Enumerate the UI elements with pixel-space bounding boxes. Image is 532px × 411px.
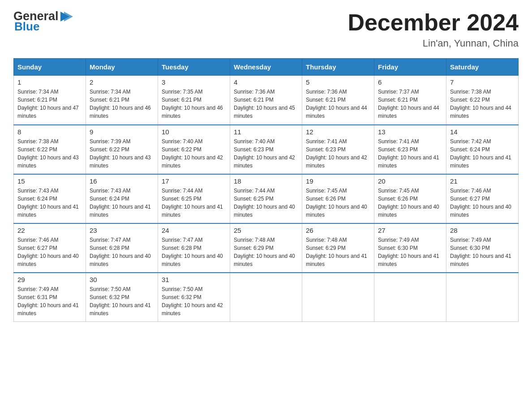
day-info: Sunrise: 7:49 AM Sunset: 6:30 PM Dayligh… [378, 236, 442, 268]
weekday-header-monday: Monday [86, 59, 158, 76]
day-info: Sunrise: 7:38 AM Sunset: 6:22 PM Dayligh… [17, 137, 82, 170]
day-info: Sunrise: 7:42 AM Sunset: 6:24 PM Dayligh… [450, 137, 515, 170]
weekday-header-wednesday: Wednesday [230, 59, 302, 76]
day-number: 11 [234, 128, 298, 136]
day-number: 6 [378, 78, 442, 86]
day-info: Sunrise: 7:47 AM Sunset: 6:28 PM Dayligh… [90, 236, 154, 268]
day-number: 20 [378, 177, 442, 185]
day-number: 28 [450, 227, 515, 234]
day-info: Sunrise: 7:48 AM Sunset: 6:29 PM Dayligh… [306, 236, 370, 268]
day-number: 31 [162, 276, 226, 283]
day-info: Sunrise: 7:37 AM Sunset: 6:21 PM Dayligh… [378, 88, 442, 120]
day-number: 25 [234, 227, 298, 234]
day-number: 21 [450, 177, 515, 185]
calendar-header-row: SundayMondayTuesdayWednesdayThursdayFrid… [14, 59, 519, 76]
day-number: 18 [234, 177, 298, 185]
day-number: 9 [90, 128, 154, 136]
calendar-cell: 26 Sunrise: 7:48 AM Sunset: 6:29 PM Dayl… [302, 223, 374, 273]
day-info: Sunrise: 7:44 AM Sunset: 6:25 PM Dayligh… [162, 187, 226, 219]
weekday-header-saturday: Saturday [446, 59, 519, 76]
calendar-week-2: 8 Sunrise: 7:38 AM Sunset: 6:22 PM Dayli… [14, 125, 519, 174]
day-info: Sunrise: 7:49 AM Sunset: 6:30 PM Dayligh… [450, 236, 515, 268]
svg-marker-1 [64, 12, 73, 21]
day-info: Sunrise: 7:36 AM Sunset: 6:21 PM Dayligh… [306, 88, 370, 120]
calendar-cell [374, 273, 446, 322]
weekday-header-sunday: Sunday [14, 59, 86, 76]
calendar-cell: 15 Sunrise: 7:43 AM Sunset: 6:24 PM Dayl… [14, 174, 86, 223]
calendar-week-1: 1 Sunrise: 7:34 AM Sunset: 6:21 PM Dayli… [14, 76, 519, 125]
calendar-cell: 12 Sunrise: 7:41 AM Sunset: 6:23 PM Dayl… [302, 125, 374, 174]
day-number: 4 [234, 78, 298, 86]
calendar-week-4: 22 Sunrise: 7:46 AM Sunset: 6:27 PM Dayl… [14, 223, 519, 273]
calendar-cell: 25 Sunrise: 7:48 AM Sunset: 6:29 PM Dayl… [230, 223, 302, 273]
calendar-cell: 21 Sunrise: 7:46 AM Sunset: 6:27 PM Dayl… [446, 174, 519, 223]
calendar-cell: 3 Sunrise: 7:35 AM Sunset: 6:21 PM Dayli… [158, 76, 230, 125]
calendar-cell: 13 Sunrise: 7:41 AM Sunset: 6:23 PM Dayl… [374, 125, 446, 174]
calendar-cell: 19 Sunrise: 7:45 AM Sunset: 6:26 PM Dayl… [302, 174, 374, 223]
day-info: Sunrise: 7:45 AM Sunset: 6:26 PM Dayligh… [306, 187, 370, 219]
logo: General Blue [13, 9, 73, 34]
calendar-cell: 22 Sunrise: 7:46 AM Sunset: 6:27 PM Dayl… [14, 223, 86, 273]
day-number: 15 [17, 177, 82, 185]
day-info: Sunrise: 7:45 AM Sunset: 6:26 PM Dayligh… [378, 187, 442, 219]
day-number: 17 [162, 177, 226, 185]
day-number: 1 [17, 78, 82, 86]
day-number: 12 [306, 128, 370, 136]
day-info: Sunrise: 7:35 AM Sunset: 6:21 PM Dayligh… [162, 88, 226, 120]
day-info: Sunrise: 7:41 AM Sunset: 6:23 PM Dayligh… [378, 137, 442, 170]
day-info: Sunrise: 7:34 AM Sunset: 6:21 PM Dayligh… [90, 88, 154, 120]
logo-arrow-icon [60, 10, 73, 23]
calendar-week-3: 15 Sunrise: 7:43 AM Sunset: 6:24 PM Dayl… [14, 174, 519, 223]
day-info: Sunrise: 7:43 AM Sunset: 6:24 PM Dayligh… [17, 187, 82, 219]
calendar-cell: 28 Sunrise: 7:49 AM Sunset: 6:30 PM Dayl… [446, 223, 519, 273]
calendar-cell: 24 Sunrise: 7:47 AM Sunset: 6:28 PM Dayl… [158, 223, 230, 273]
title-block: December 2024 Lin'an, Yunnan, China [348, 9, 519, 49]
calendar-cell: 7 Sunrise: 7:38 AM Sunset: 6:22 PM Dayli… [446, 76, 519, 125]
calendar-cell: 6 Sunrise: 7:37 AM Sunset: 6:21 PM Dayli… [374, 76, 446, 125]
day-info: Sunrise: 7:38 AM Sunset: 6:22 PM Dayligh… [450, 88, 515, 120]
calendar-cell [230, 273, 302, 322]
day-info: Sunrise: 7:40 AM Sunset: 6:22 PM Dayligh… [162, 137, 226, 170]
day-info: Sunrise: 7:40 AM Sunset: 6:23 PM Dayligh… [234, 137, 298, 170]
calendar-cell: 10 Sunrise: 7:40 AM Sunset: 6:22 PM Dayl… [158, 125, 230, 174]
day-number: 27 [378, 227, 442, 234]
day-number: 7 [450, 78, 515, 86]
page-header: General Blue December 2024 Lin'an, Yunna… [13, 9, 519, 49]
calendar-cell: 14 Sunrise: 7:42 AM Sunset: 6:24 PM Dayl… [446, 125, 519, 174]
day-number: 22 [17, 227, 82, 234]
weekday-header-friday: Friday [374, 59, 446, 76]
day-info: Sunrise: 7:41 AM Sunset: 6:23 PM Dayligh… [306, 137, 370, 170]
day-number: 13 [378, 128, 442, 136]
day-number: 8 [17, 128, 82, 136]
calendar-cell: 4 Sunrise: 7:36 AM Sunset: 6:21 PM Dayli… [230, 76, 302, 125]
day-info: Sunrise: 7:46 AM Sunset: 6:27 PM Dayligh… [17, 236, 82, 268]
weekday-header-thursday: Thursday [302, 59, 374, 76]
weekday-header-tuesday: Tuesday [158, 59, 230, 76]
day-number: 2 [90, 78, 154, 86]
page-title: December 2024 [348, 9, 519, 36]
calendar-cell: 30 Sunrise: 7:50 AM Sunset: 6:32 PM Dayl… [86, 273, 158, 322]
day-number: 5 [306, 78, 370, 86]
calendar-week-5: 29 Sunrise: 7:49 AM Sunset: 6:31 PM Dayl… [14, 273, 519, 322]
calendar-cell: 27 Sunrise: 7:49 AM Sunset: 6:30 PM Dayl… [374, 223, 446, 273]
day-info: Sunrise: 7:49 AM Sunset: 6:31 PM Dayligh… [17, 285, 82, 317]
day-info: Sunrise: 7:44 AM Sunset: 6:25 PM Dayligh… [234, 187, 298, 219]
day-number: 16 [90, 177, 154, 185]
day-info: Sunrise: 7:50 AM Sunset: 6:32 PM Dayligh… [162, 285, 226, 317]
day-info: Sunrise: 7:47 AM Sunset: 6:28 PM Dayligh… [162, 236, 226, 268]
calendar-cell: 5 Sunrise: 7:36 AM Sunset: 6:21 PM Dayli… [302, 76, 374, 125]
day-number: 26 [306, 227, 370, 234]
calendar-cell: 11 Sunrise: 7:40 AM Sunset: 6:23 PM Dayl… [230, 125, 302, 174]
day-number: 30 [90, 276, 154, 283]
day-info: Sunrise: 7:48 AM Sunset: 6:29 PM Dayligh… [234, 236, 298, 268]
calendar-cell: 17 Sunrise: 7:44 AM Sunset: 6:25 PM Dayl… [158, 174, 230, 223]
calendar-cell [302, 273, 374, 322]
calendar-cell: 23 Sunrise: 7:47 AM Sunset: 6:28 PM Dayl… [86, 223, 158, 273]
day-info: Sunrise: 7:39 AM Sunset: 6:22 PM Dayligh… [90, 137, 154, 170]
calendar-cell: 16 Sunrise: 7:43 AM Sunset: 6:24 PM Dayl… [86, 174, 158, 223]
calendar-cell: 29 Sunrise: 7:49 AM Sunset: 6:31 PM Dayl… [14, 273, 86, 322]
logo-blue-text: Blue [14, 20, 39, 34]
day-number: 24 [162, 227, 226, 234]
day-info: Sunrise: 7:50 AM Sunset: 6:32 PM Dayligh… [90, 285, 154, 317]
day-number: 29 [17, 276, 82, 283]
